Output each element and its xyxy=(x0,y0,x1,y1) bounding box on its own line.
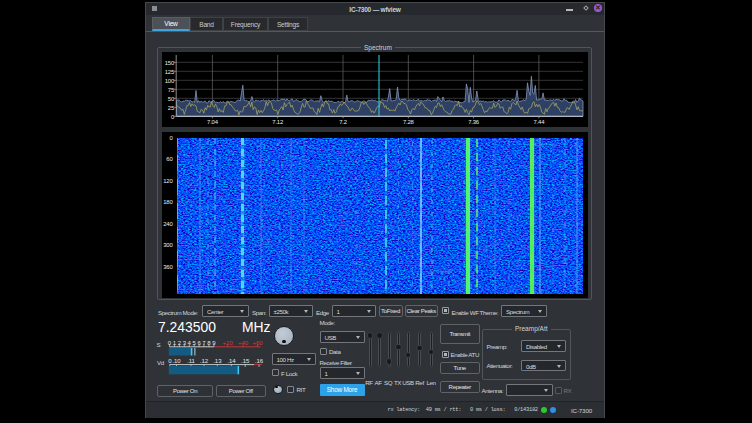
svg-text:7.12: 7.12 xyxy=(272,119,283,125)
svg-text:.10: .10 xyxy=(172,358,181,364)
svg-text:7.44: 7.44 xyxy=(534,119,546,125)
svg-text:7.04: 7.04 xyxy=(207,119,219,125)
svg-text:.13: .13 xyxy=(213,358,222,364)
svg-text:.11: .11 xyxy=(187,358,196,364)
svg-text:75: 75 xyxy=(168,87,175,93)
svg-text:25: 25 xyxy=(168,105,175,111)
svg-text:7.28: 7.28 xyxy=(403,119,415,125)
svg-text:7.36: 7.36 xyxy=(468,119,480,125)
svg-text:150: 150 xyxy=(165,60,175,66)
svg-text:.15: .15 xyxy=(241,358,250,364)
svg-text:125: 125 xyxy=(165,69,175,75)
svg-text:7.2: 7.2 xyxy=(339,119,347,125)
svg-text:.16: .16 xyxy=(255,358,264,364)
svg-text:50: 50 xyxy=(168,96,175,102)
svg-text:.12: .12 xyxy=(200,358,209,364)
svg-text:100: 100 xyxy=(165,78,175,84)
svg-text:.14: .14 xyxy=(227,358,236,364)
